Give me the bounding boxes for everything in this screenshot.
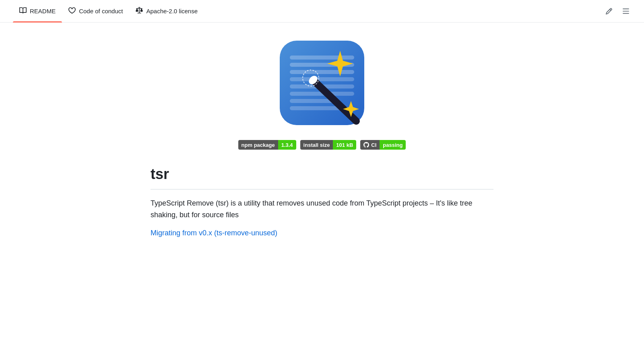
svg-rect-3 (290, 70, 354, 74)
toc-button[interactable] (621, 6, 631, 16)
book-icon (19, 7, 27, 15)
readme-description: TypeScript Remove (tsr) is a utility tha… (151, 198, 493, 221)
tab-readme[interactable]: README (13, 0, 62, 22)
install-size-badge-label: install size (300, 140, 333, 150)
edit-button[interactable] (604, 6, 614, 16)
scale-icon (136, 7, 143, 15)
tab-license[interactable]: Apache-2.0 license (129, 0, 204, 22)
svg-rect-1 (290, 56, 354, 60)
readme-title: tsr (151, 166, 493, 183)
top-nav: README Code of conduct Apache-2.0 licens… (0, 0, 644, 23)
readme-divider (151, 189, 493, 189)
ci-badge[interactable]: CI passing (360, 140, 406, 150)
migration-link[interactable]: Migrating from v0.x (ts-remove-unused) (151, 229, 277, 237)
tab-license-label: Apache-2.0 license (146, 8, 198, 14)
readme-header: npm package 1.3.4 install size 101 kB CI… (151, 39, 493, 150)
main-content: npm package 1.3.4 install size 101 kB CI… (141, 23, 503, 253)
ci-badge-value: passing (380, 140, 406, 150)
badges-row: npm package 1.3.4 install size 101 kB CI… (238, 140, 406, 150)
nav-tabs: README Code of conduct Apache-2.0 licens… (13, 0, 204, 22)
heart-code-icon (68, 7, 76, 15)
tab-readme-label: README (30, 8, 56, 14)
tab-code-of-conduct-label: Code of conduct (79, 8, 123, 14)
svg-rect-4 (290, 77, 354, 81)
ci-badge-label: CI (360, 140, 380, 150)
npm-badge-value: 1.3.4 (278, 140, 296, 150)
nav-actions (604, 6, 631, 16)
install-size-badge[interactable]: install size 101 kB (300, 140, 357, 150)
app-icon-wrapper (278, 39, 366, 129)
tab-code-of-conduct[interactable]: Code of conduct (62, 0, 129, 22)
install-size-badge-value: 101 kB (333, 140, 356, 150)
npm-badge-label: npm package (238, 140, 278, 150)
npm-badge[interactable]: npm package 1.3.4 (238, 140, 296, 150)
app-icon (278, 39, 366, 127)
